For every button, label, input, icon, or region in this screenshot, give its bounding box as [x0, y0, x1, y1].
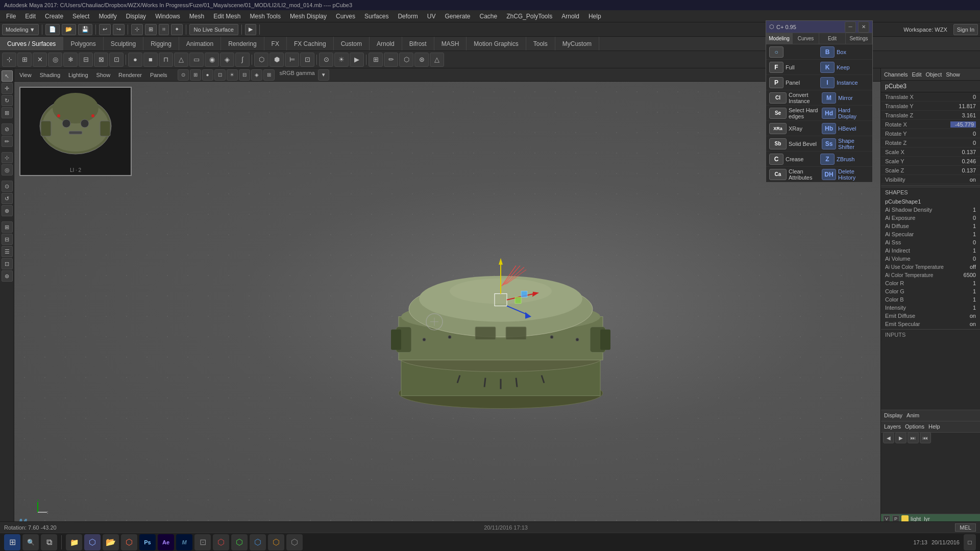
scale-z-row[interactable]: Scale Z 0.137 — [881, 166, 980, 175]
extrude-icon[interactable]: ⬡ — [254, 53, 268, 67]
vp-xray-icon[interactable]: ◈ — [251, 69, 262, 81]
tab-rendering[interactable]: Rendering — [221, 37, 264, 51]
scale-tool-btn[interactable]: ⊞ — [2, 107, 13, 118]
menu-set-btn[interactable]: ⊞ — [2, 221, 13, 233]
bevel-icon[interactable]: ⬢ — [270, 53, 284, 67]
taskbar-start-btn[interactable]: ⊞ — [4, 534, 20, 550]
taskbar-photoshop-btn[interactable]: Ps — [139, 534, 156, 550]
tab-mash[interactable]: MASH — [434, 37, 467, 51]
camera-tool-btn[interactable]: ⊙ — [2, 181, 13, 192]
plugin-label-xray[interactable]: XRay — [789, 126, 820, 132]
sculpt-icon[interactable]: ✏ — [384, 53, 398, 67]
emit-specular-row[interactable]: Emit Specular on — [881, 320, 980, 328]
plugin-tab-settings[interactable]: Settings — [846, 33, 872, 44]
freeze-icon[interactable]: ❄ — [63, 53, 78, 67]
shading-menu[interactable]: Shading — [38, 71, 62, 79]
intensity-row[interactable]: Intensity 1 — [881, 304, 980, 312]
color-b-row[interactable]: Color B 1 — [881, 295, 980, 304]
taskbar-app3-btn[interactable]: ⬡ — [213, 534, 229, 550]
new-scene-btn[interactable]: 📄 — [45, 24, 60, 35]
lasso-tool-btn[interactable]: ⊘ — [2, 123, 13, 135]
outliner-btn[interactable]: ☰ — [2, 246, 13, 257]
live-surface-btn[interactable]: No Live Surface — [189, 24, 238, 35]
plugin-label-full[interactable]: Full — [786, 64, 818, 70]
layers-link[interactable]: Layers — [884, 423, 901, 430]
cone-icon[interactable]: △ — [174, 53, 188, 67]
color-r-row[interactable]: Color R 1 — [881, 279, 980, 287]
plugin-label-crease[interactable]: Crease — [786, 156, 818, 162]
helix-icon[interactable]: ∫ — [235, 53, 250, 67]
menu-uv[interactable]: UV — [423, 12, 440, 21]
menu-cache[interactable]: Cache — [475, 12, 501, 21]
tab-animation[interactable]: Animation — [179, 37, 221, 51]
pipe-icon[interactable]: ◈ — [220, 53, 234, 67]
cube-icon[interactable]: ■ — [143, 53, 158, 67]
translate-x-row[interactable]: Translate X 0 — [881, 92, 980, 102]
open-btn[interactable]: 📂 — [62, 24, 76, 35]
plugin-label-keep[interactable]: Keep — [837, 64, 869, 70]
menu-surfaces[interactable]: Surfaces — [360, 12, 393, 21]
bridge-icon[interactable]: ⊨ — [285, 53, 299, 67]
menu-deform[interactable]: Deform — [394, 12, 422, 21]
color-g-row[interactable]: Color G 1 — [881, 287, 980, 295]
skip-btn[interactable]: ⏭ — [908, 432, 919, 443]
taskbar-app5-btn[interactable]: ⬡ — [250, 534, 266, 550]
plugin-key-hd[interactable]: Hd — [822, 108, 836, 119]
select-tool-btn[interactable]: ↖ — [2, 70, 13, 82]
translate-y-row[interactable]: Translate Y 11.817 — [881, 102, 980, 111]
paint-select-btn[interactable]: ✏ — [2, 136, 13, 147]
uv-icon[interactable]: ⊞ — [369, 53, 383, 67]
plugin-key-m[interactable]: M — [822, 92, 836, 104]
menu-windows[interactable]: Windows — [151, 12, 184, 21]
node-editor-btn[interactable]: ⊡ — [2, 258, 13, 269]
plugin-key-ci[interactable]: CI — [769, 92, 787, 104]
sphere-icon[interactable]: ● — [128, 53, 142, 67]
ai-exposure-row[interactable]: Ai Exposure 0 — [881, 214, 980, 222]
display-tab[interactable]: Display — [884, 412, 902, 418]
edit-link[interactable]: Edit — [912, 71, 921, 78]
select-icon[interactable]: ⊡ — [109, 53, 124, 67]
vp-light-icon[interactable]: ☀ — [227, 69, 238, 81]
plugin-key-f[interactable]: F — [769, 62, 783, 73]
select-mode-btn[interactable]: ⊹ — [131, 24, 143, 35]
tab-custom[interactable]: Custom — [334, 37, 370, 51]
snap-icon[interactable]: ⊹ — [2, 53, 16, 67]
plugin-label-hard-display[interactable]: Hard Display — [838, 107, 869, 119]
taskbar-maya-btn[interactable]: M — [176, 534, 192, 550]
menu-mesh-display[interactable]: Mesh Display — [286, 12, 331, 21]
ai-specular-row[interactable]: Ai Specular 1 — [881, 230, 980, 238]
tab-arnold[interactable]: Arnold — [370, 37, 402, 51]
delete-icon[interactable]: ✕ — [33, 53, 47, 67]
light-icon[interactable]: ☀ — [334, 53, 349, 67]
plugin-label-zbrush[interactable]: ZBrush — [837, 156, 869, 162]
tab-tools[interactable]: Tools — [526, 37, 555, 51]
rotate-z-row[interactable]: Rotate Z 0 — [881, 138, 980, 147]
viewport-3d[interactable]: LI · 2 — [14, 82, 880, 533]
menu-help[interactable]: Help — [584, 12, 605, 21]
plugin-key-dh[interactable]: DH — [822, 169, 836, 180]
play-btn[interactable]: ▶ — [895, 432, 906, 443]
plane-icon[interactable]: ▭ — [189, 53, 204, 67]
tab-mycustom[interactable]: MyCustom — [555, 37, 599, 51]
help-link[interactable]: Help — [928, 423, 940, 430]
menu-curves[interactable]: Curves — [332, 12, 359, 21]
tab-fx-caching[interactable]: FX Caching — [287, 37, 334, 51]
tab-bifrost[interactable]: Bifrost — [402, 37, 434, 51]
plugin-key-b[interactable]: B — [820, 46, 835, 58]
center-icon[interactable]: ◎ — [48, 53, 62, 67]
ai-diffuse-row[interactable]: Ai Diffuse 1 — [881, 222, 980, 230]
plugin-key-k[interactable]: K — [820, 62, 835, 73]
ai-color-temp-row[interactable]: Ai Color Temperature 6500 — [881, 271, 980, 279]
mel-button[interactable]: MEL — [955, 523, 976, 532]
taskbar-app6-btn[interactable]: ⬡ — [268, 534, 284, 550]
sign-in-btn[interactable]: Sign In — [953, 24, 978, 35]
tab-fx[interactable]: FX — [264, 37, 287, 51]
plugin-minimize-btn[interactable]: ─ — [845, 21, 856, 33]
plugin-key-p[interactable]: P — [769, 77, 783, 88]
vp-texture-icon[interactable]: ⊡ — [214, 69, 226, 81]
tab-polygons[interactable]: Polygons — [63, 37, 103, 51]
scale-y-row[interactable]: Scale Y 0.246 — [881, 157, 980, 166]
snap-grid-btn[interactable]: ⊞ — [145, 24, 157, 35]
view-menu[interactable]: View — [17, 71, 34, 79]
snap-point-btn[interactable]: ✦ — [171, 24, 183, 35]
